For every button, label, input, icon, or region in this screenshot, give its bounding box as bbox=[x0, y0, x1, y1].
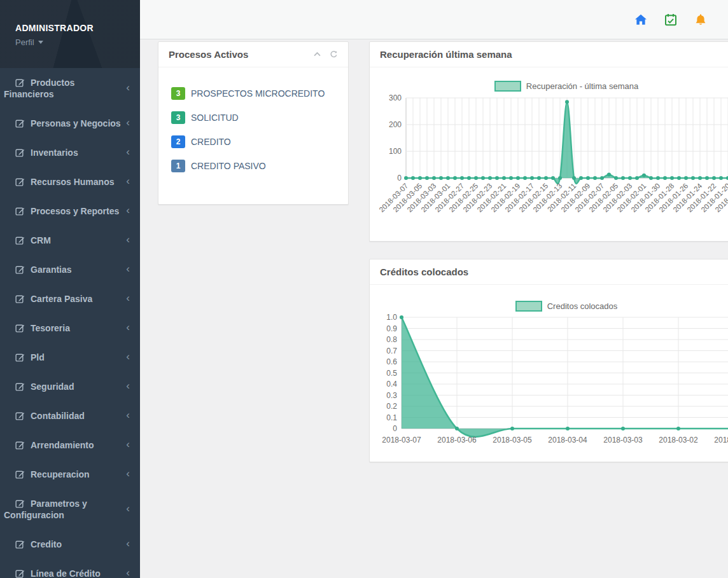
sidebar-item-label: Tesoreria bbox=[31, 323, 70, 333]
legend-swatch bbox=[494, 81, 521, 92]
bell-icon[interactable] bbox=[694, 13, 707, 26]
chevron-left-icon: ‹ bbox=[126, 118, 130, 127]
process-label: CREDITO PASIVO bbox=[191, 161, 266, 171]
chevron-left-icon: ‹ bbox=[126, 568, 130, 577]
recuperacion-chart: 30020010002018-03-072018-03-052018-03-03… bbox=[370, 94, 728, 221]
sidebar-item-label: Inventarios bbox=[31, 148, 78, 158]
svg-text:2018-03-04: 2018-03-04 bbox=[548, 436, 587, 444]
sidebar-item-inventarios[interactable]: Inventarios‹ bbox=[0, 138, 140, 167]
process-label: SOLICITUD bbox=[191, 113, 239, 123]
chevron-up-icon[interactable] bbox=[313, 50, 321, 58]
sidebar-item-label: Garantias bbox=[31, 265, 72, 275]
recuperacion-ultima-semana-svg: 30020010002018-03-072018-03-052018-03-03… bbox=[370, 94, 728, 221]
panel-header: Créditos colocados bbox=[370, 259, 728, 285]
sidebar-item-label: CRM bbox=[31, 235, 51, 245]
main-area: Procesos Activos 3PROSPECTOS MICROCREDIT… bbox=[140, 0, 728, 578]
svg-text:0.6: 0.6 bbox=[386, 357, 397, 366]
panel-title: Procesos Activos bbox=[169, 49, 248, 60]
sidebar-item-recuperacion[interactable]: Recuperacion‹ bbox=[0, 460, 140, 489]
creditos-colocados-svg: 1.00.90.80.70.60.50.40.30.20.102018-03-0… bbox=[370, 313, 728, 450]
topbar bbox=[140, 0, 728, 39]
sidebar-item-label: Recursos Humanos bbox=[31, 177, 114, 187]
chart-legend[interactable]: Recuperación - última semana bbox=[370, 80, 728, 92]
sidebar-item-crm[interactable]: CRM‹ bbox=[0, 226, 140, 255]
process-count-badge: 3 bbox=[171, 111, 185, 124]
edit-icon bbox=[15, 148, 25, 157]
edit-icon bbox=[15, 177, 25, 186]
svg-text:100: 100 bbox=[389, 147, 402, 156]
svg-text:0.5: 0.5 bbox=[386, 369, 397, 378]
panel-header: Procesos Activos bbox=[158, 42, 348, 67]
svg-text:2018-03-05: 2018-03-05 bbox=[493, 436, 532, 444]
sidebar-item-l-nea-de-cr-dito[interactable]: Línea de Crédito‹ bbox=[0, 559, 140, 578]
chevron-left-icon: ‹ bbox=[126, 504, 130, 513]
process-item-credito[interactable]: 2CREDITO bbox=[171, 130, 348, 154]
svg-text:2018-03-07: 2018-03-07 bbox=[382, 436, 421, 444]
edit-icon bbox=[15, 235, 25, 245]
edit-icon bbox=[15, 539, 25, 549]
sidebar-item-garantias[interactable]: Garantias‹ bbox=[0, 255, 140, 284]
sidebar-item-label: Recuperacion bbox=[31, 469, 90, 479]
sidebar-item-label: Personas y Negocios bbox=[31, 118, 121, 128]
calendar-check-icon[interactable] bbox=[664, 13, 677, 26]
refresh-icon[interactable] bbox=[330, 50, 338, 58]
chevron-left-icon: ‹ bbox=[126, 265, 130, 273]
recuperacion-panel: Recuperación última semana Recuperación … bbox=[369, 41, 728, 242]
creditos-chart: 1.00.90.80.70.60.50.40.30.20.102018-03-0… bbox=[370, 313, 728, 450]
chevron-left-icon: ‹ bbox=[126, 206, 130, 215]
app-root: ADMINISTRADOR Perfil Productos Financier… bbox=[0, 0, 728, 578]
edit-icon bbox=[15, 294, 25, 303]
chevron-left-icon: ‹ bbox=[126, 148, 130, 156]
svg-text:2018-03-02: 2018-03-02 bbox=[659, 436, 698, 444]
panel-title: Recuperación última semana bbox=[380, 49, 512, 60]
sidebar-item-personas-y-negocios[interactable]: Personas y Negocios‹ bbox=[0, 109, 140, 138]
sidebar-item-recursos-humanos[interactable]: Recursos Humanos‹ bbox=[0, 167, 140, 196]
home-icon[interactable] bbox=[634, 13, 647, 26]
sidebar-item-seguridad[interactable]: Seguridad‹ bbox=[0, 372, 140, 401]
process-item-solicitud[interactable]: 3SOLICITUD bbox=[171, 106, 348, 130]
sidebar-item-tesoreria[interactable]: Tesoreria‹ bbox=[0, 313, 140, 343]
admin-title: ADMINISTRADOR bbox=[15, 23, 140, 33]
svg-text:300: 300 bbox=[389, 94, 402, 102]
svg-text:0.8: 0.8 bbox=[386, 335, 397, 344]
legend-swatch bbox=[515, 301, 542, 312]
process-item-credito-pasivo[interactable]: 1CREDITO PASIVO bbox=[171, 154, 348, 178]
edit-icon bbox=[15, 440, 25, 450]
sidebar-item-arrendamiento[interactable]: Arrendamiento‹ bbox=[0, 430, 140, 460]
svg-text:0.3: 0.3 bbox=[386, 391, 397, 400]
panel-header: Recuperación última semana bbox=[370, 42, 728, 67]
chart-legend[interactable]: Creditos colocados bbox=[370, 300, 728, 312]
sidebar-item-label: Procesos y Reportes bbox=[31, 206, 119, 216]
edit-icon bbox=[15, 499, 25, 508]
edit-icon bbox=[15, 118, 25, 128]
edit-icon bbox=[15, 382, 25, 391]
chevron-left-icon: ‹ bbox=[126, 83, 130, 92]
sidebar-item-credito[interactable]: Credito‹ bbox=[0, 530, 140, 559]
chevron-left-icon: ‹ bbox=[126, 235, 130, 244]
edit-icon bbox=[15, 411, 25, 420]
process-item-prospectos-microcredito[interactable]: 3PROSPECTOS MICROCREDITO bbox=[171, 81, 348, 106]
sidebar-item-cartera-pasiva[interactable]: Cartera Pasiva‹ bbox=[0, 284, 140, 313]
edit-icon bbox=[15, 78, 25, 87]
svg-text:0.2: 0.2 bbox=[386, 402, 397, 411]
edit-icon bbox=[15, 469, 25, 479]
svg-text:0.4: 0.4 bbox=[386, 380, 397, 389]
sidebar-item-procesos-y-reportes[interactable]: Procesos y Reportes‹ bbox=[0, 196, 140, 226]
chevron-left-icon: ‹ bbox=[126, 323, 130, 332]
edit-icon bbox=[15, 206, 25, 216]
sidebar-item-contabilidad[interactable]: Contabilidad‹ bbox=[0, 401, 140, 430]
chevron-left-icon: ‹ bbox=[126, 469, 130, 478]
sidebar-item-productos-financieros[interactable]: Productos Financieros‹ bbox=[0, 68, 140, 109]
legend-label: Creditos colocados bbox=[547, 301, 618, 311]
chevron-left-icon: ‹ bbox=[126, 440, 130, 449]
panel-title: Créditos colocados bbox=[380, 266, 468, 277]
svg-text:2018-03-01: 2018-03-01 bbox=[714, 436, 728, 444]
sidebar-item-label: Seguridad bbox=[31, 382, 74, 392]
profile-dropdown[interactable]: Perfil bbox=[15, 38, 140, 47]
sidebar-item-label: Arrendamiento bbox=[31, 440, 94, 450]
svg-text:1.0: 1.0 bbox=[386, 313, 397, 322]
sidebar-item-parametros-y-configuracion[interactable]: Parametros y Configuracion‹ bbox=[0, 489, 140, 530]
sidebar: ADMINISTRADOR Perfil Productos Financier… bbox=[0, 0, 140, 578]
svg-text:0.7: 0.7 bbox=[386, 347, 397, 355]
sidebar-item-pld[interactable]: Pld‹ bbox=[0, 343, 140, 372]
